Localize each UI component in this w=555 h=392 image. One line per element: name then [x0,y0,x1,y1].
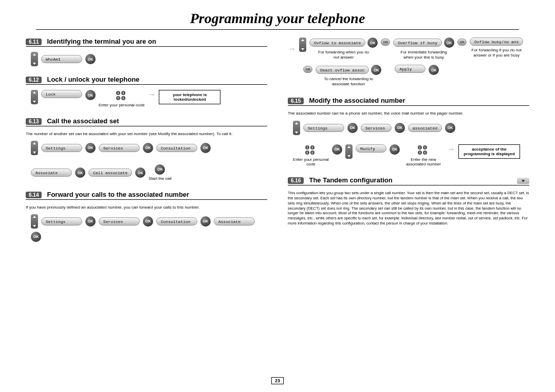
section-title: The Tandem configuration [309,176,392,184]
result-box: your telephone is locked/unlocked [159,90,220,104]
deactivate-row: OR Deact ovflow assoc OK To cancel the f… [303,65,529,86]
section-note: The number of another set can be associa… [26,132,267,137]
ok-button-icon: OK [347,123,358,133]
section-6-11: 6.11 Identifying the terminal you are on… [26,38,267,66]
section-num: 6.15 [288,98,304,104]
overflow-options-row: → Ovflow to associate OK For forwarding … [288,38,529,60]
ok-button-icon: OK [143,143,153,153]
section-6-14: 6.14 Forward your calls to the associate… [26,191,267,242]
section-title: Identifying the terminal you are on [47,38,156,45]
section-title: Modify the associated number [309,97,405,104]
menu-pill: Consultation [156,217,197,226]
keypad-icon: 2356 [115,90,128,101]
ok-button-icon: OK [444,38,454,48]
ok-button-icon: OK [200,216,211,227]
ok-button-icon: OK [332,144,342,155]
section-num: 6.13 [26,118,42,125]
or-label-icon: OR [457,39,467,46]
or-label-icon: OR [381,39,390,46]
tandem-body-text: This configuration lets you group two se… [288,191,529,226]
section-title: Forward your calls to the associated num… [47,191,189,198]
keypad-icon: 2356 [304,144,318,156]
menu-pill: Settings [303,124,344,132]
menu-pill: Ovflow busy/no ans [470,38,523,46]
nav-updown-icon [31,214,38,229]
arrow-right-icon: → [447,144,455,154]
menu-pill: Ovflow to associate [309,39,365,47]
arrow-right-icon: → [147,90,156,99]
step-caption: For immediate forwarding when your line … [398,50,450,60]
section-6-13: 6.13 Call the associated set The number … [26,117,267,181]
ok-button-icon: OK [155,164,165,175]
ok-button-icon: OK [75,167,85,178]
arrow-right-icon: → [288,44,296,53]
svg-text:6: 6 [312,151,313,154]
scroll-more-icon [517,178,529,184]
or-label-icon: OR [303,66,312,73]
svg-text:6: 6 [122,97,124,100]
menu-pill: Associate [214,217,255,226]
ok-button-icon: OK [390,144,400,155]
step-caption: Start the call [149,176,171,181]
step-caption: For forwarding when you do not answer [316,50,372,60]
svg-text:6: 6 [424,151,426,154]
section-6-15: 6.15 Modify the associated number The as… [288,97,529,167]
svg-text:2: 2 [419,146,421,149]
step-caption: Enter the new associated number [403,157,444,167]
ok-button-icon: OK [135,167,145,178]
svg-text:3: 3 [122,91,124,95]
ok-button-icon: OK [85,216,96,227]
section-num: 6.14 [26,192,42,198]
result-box: acceptance of the programming is display… [458,144,520,159]
page-number: 23 [271,377,284,384]
nav-updown-icon [31,141,38,155]
section-note: The associated number can be a phone set… [288,111,529,116]
step-caption: Enter your personal code [99,103,144,108]
menu-pill: Services [361,124,392,132]
ok-button-icon: OK [85,54,96,64]
ok-button-icon: OK [85,90,96,100]
step-caption: To cancel the forwarding to associate fu… [320,77,377,86]
ok-button-icon: OK [445,123,455,133]
menu-pill: Settings [41,217,82,226]
menu-pill: Deact ovflow assoc [316,66,369,74]
menu-pill: Settings [41,144,82,152]
title-rule [36,29,519,30]
menu-pill: Services [99,217,140,226]
svg-text:5: 5 [117,97,119,100]
svg-text:2: 2 [117,91,119,95]
ok-button-icon: OK [429,65,439,75]
menu-pill: Call associate [88,169,132,177]
right-column: → Ovflow to associate OK For forwarding … [288,38,529,251]
ok-button-icon: OK [143,216,153,227]
section-title: Call the associated set [47,117,119,125]
nav-updown-icon [31,90,38,104]
nav-updown-icon [31,52,38,66]
svg-text:3: 3 [424,146,426,149]
section-note: If you have previously defined an associ… [26,205,267,210]
section-6-12: 6.12 Lock / unlock your telephone Lock O… [26,76,267,108]
nav-updown-icon [299,38,306,52]
menu-pill: Overflow if busy [393,39,442,47]
ok-button-icon: OK [367,38,378,48]
keypad-icon: 2356 [417,144,430,156]
page-title: Programming your telephone [26,10,529,27]
ok-button-icon: OK [200,143,211,153]
menu-pill: Apply [395,65,425,73]
ok-button-icon: OK [371,65,381,75]
section-num: 6.16 [288,177,304,184]
menu-pill: Associate [31,169,72,177]
step-caption: Enter your personal code [293,157,329,167]
svg-text:3: 3 [312,146,313,149]
ok-button-icon: OK [85,143,96,153]
menu-pill: associated [408,124,442,132]
svg-text:5: 5 [419,151,421,154]
menu-pill: Consultation [156,144,197,152]
menu-pill: Modify [356,144,386,153]
menu-pill: Lock [41,90,82,98]
svg-text:2: 2 [307,146,308,149]
section-title: Lock / unlock your telephone [47,76,139,83]
ok-button-icon: OK [31,232,41,242]
section-6-16: 6.16 The Tandem configuration This confi… [288,176,529,226]
section-num: 6.12 [26,77,42,83]
